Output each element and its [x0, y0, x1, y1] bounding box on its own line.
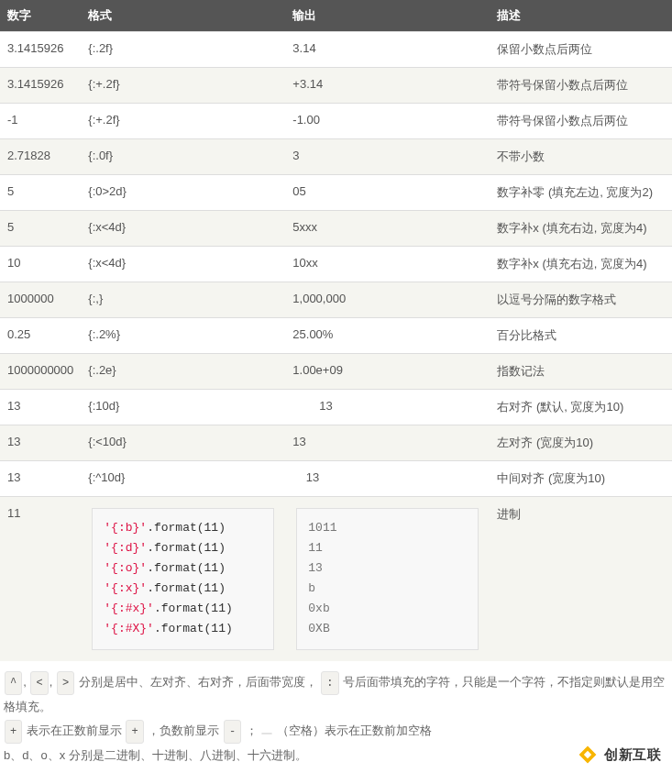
cell-format: {:+.2f} — [81, 104, 285, 139]
table-row: 5{:0>2d}05数字补零 (填充左边, 宽度为2) — [0, 175, 672, 211]
chip-space — [261, 733, 272, 734]
cell-desc: 数字补零 (填充左边, 宽度为2) — [490, 175, 672, 211]
cell-output: 13 — [285, 390, 490, 425]
header-output: 输出 — [285, 0, 490, 32]
note-line-1: ^, <, > 分别是居中、左对齐、右对齐，后面带宽度， : 号后面带填充的字符… — [4, 670, 668, 719]
header-format: 格式 — [81, 0, 285, 32]
format-table: 数字 格式 输出 描述 3.1415926{:.2f}3.14保留小数点后两位3… — [0, 0, 672, 661]
cell-number: 13 — [0, 461, 81, 497]
cell-output: 13 — [285, 461, 490, 497]
cell-desc: 保留小数点后两位 — [490, 32, 672, 68]
cell-format: {:10d} — [81, 390, 285, 425]
cell-format: {:0>2d} — [81, 175, 285, 211]
chip-gt: > — [57, 671, 74, 695]
chip-minus: - — [224, 720, 241, 744]
cell-output: 13 — [285, 425, 490, 461]
cell-format: {:,} — [81, 282, 285, 318]
chip-plus: + — [5, 720, 22, 744]
notes-section: ^, <, > 分别是居中、左对齐、右对齐，后面带宽度， : 号后面带填充的字符… — [0, 670, 672, 767]
header-number: 数字 — [0, 0, 81, 32]
note-text: （空格）表示在正数前加空格 — [277, 723, 432, 737]
note-text: ； — [246, 723, 258, 737]
cell-desc: 左对齐 (宽度为10) — [490, 425, 672, 461]
cell-desc: 带符号保留小数点后两位 — [490, 68, 672, 104]
cell-number: 13 — [0, 390, 81, 425]
table-row: 2.71828{:.0f}3不带小数 — [0, 139, 672, 175]
cell-output: 10xx — [285, 247, 490, 282]
cell-number: 5 — [0, 211, 81, 247]
note-text: 分别是居中、左对齐、右对齐，后面带宽度， — [79, 675, 317, 689]
cell-output: 5xxx — [285, 211, 490, 247]
cell-format: {:<10d} — [81, 425, 285, 461]
cell-number: 10 — [0, 247, 81, 282]
table-row: 5{:x<4d}5xxx数字补x (填充右边, 宽度为4) — [0, 211, 672, 247]
cell-number: 1000000 — [0, 282, 81, 318]
table-row-code: 11'{:b}'.format(11)'{:d}'.format(11)'{:o… — [0, 497, 672, 661]
note-text: ，负数前显示 — [148, 723, 219, 737]
cell-format: {:.2e} — [81, 354, 285, 390]
cell-number: 5 — [0, 175, 81, 211]
note-line-2: + 表示在正数前显示 + ，负数前显示 - ； （空格）表示在正数前加空格 — [4, 719, 668, 744]
cell-number: 2.71828 — [0, 139, 81, 175]
table-row: 3.1415926{:.2f}3.14保留小数点后两位 — [0, 32, 672, 68]
cell-number: 3.1415926 — [0, 68, 81, 104]
cell-format: {:.2%} — [81, 318, 285, 354]
cell-desc: 不带小数 — [490, 139, 672, 175]
cell-format: {:^10d} — [81, 461, 285, 497]
cell-output: 3.14 — [285, 32, 490, 68]
table-row: 10{:x<4d}10xx数字补x (填充右边, 宽度为4) — [0, 247, 672, 282]
cell-desc: 指数记法 — [490, 354, 672, 390]
table-row: 13{:10d} 13右对齐 (默认, 宽度为10) — [0, 390, 672, 425]
chip-colon: : — [321, 671, 338, 695]
cell-format-code: '{:b}'.format(11)'{:d}'.format(11)'{:o}'… — [81, 497, 285, 661]
table-row: 0.25{:.2%}25.00%百分比格式 — [0, 318, 672, 354]
chip-caret: ^ — [5, 671, 22, 695]
table-row: 13{:<10d}13左对齐 (宽度为10) — [0, 425, 672, 461]
table-row: 3.1415926{:+.2f}+3.14带符号保留小数点后两位 — [0, 68, 672, 104]
cell-desc: 右对齐 (默认, 宽度为10) — [490, 390, 672, 425]
cell-number: 1000000000 — [0, 354, 81, 390]
chip-lt: < — [30, 671, 48, 695]
cell-desc: 进制 — [490, 497, 672, 661]
code-box-output: 10111113b0xb0XB — [296, 508, 479, 650]
cell-output-code: 10111113b0xb0XB — [285, 497, 490, 661]
cell-number: 3.1415926 — [0, 32, 81, 68]
cell-output: 05 — [285, 175, 490, 211]
cell-output: 1.00e+09 — [285, 354, 490, 390]
cell-format: {:.2f} — [81, 32, 285, 68]
cell-desc: 百分比格式 — [490, 318, 672, 354]
cell-desc: 带符号保留小数点后两位 — [490, 104, 672, 139]
table-row: 13{:^10d} 13中间对齐 (宽度为10) — [0, 461, 672, 497]
cell-format: {:x<4d} — [81, 247, 285, 282]
cell-desc: 中间对齐 (宽度为10) — [490, 461, 672, 497]
cell-desc: 数字补x (填充右边, 宽度为4) — [490, 247, 672, 282]
table-row: -1{:+.2f}-1.00带符号保留小数点后两位 — [0, 104, 672, 139]
table-row: 1000000{:,}1,000,000以逗号分隔的数字格式 — [0, 282, 672, 318]
cell-number: 11 — [0, 497, 81, 661]
code-box-format: '{:b}'.format(11)'{:d}'.format(11)'{:o}'… — [92, 508, 274, 650]
header-desc: 描述 — [490, 0, 672, 32]
cell-output: +3.14 — [285, 68, 490, 104]
cell-format: {:+.2f} — [81, 68, 285, 104]
cell-output: 3 — [285, 139, 490, 175]
cell-output: 25.00% — [285, 318, 490, 354]
cell-desc: 以逗号分隔的数字格式 — [490, 282, 672, 318]
table-row: 1000000000{:.2e}1.00e+09指数记法 — [0, 354, 672, 390]
note-text: 表示在正数前显示 — [27, 723, 122, 737]
cell-format: {:x<4d} — [81, 211, 285, 247]
cell-number: 13 — [0, 425, 81, 461]
cell-number: -1 — [0, 104, 81, 139]
note-line-3: b、d、o、x 分别是二进制、十进制、八进制、十六进制。 — [4, 744, 668, 767]
cell-format: {:.0f} — [81, 139, 285, 175]
cell-output: -1.00 — [285, 104, 490, 139]
cell-output: 1,000,000 — [285, 282, 490, 318]
cell-desc: 数字补x (填充右边, 宽度为4) — [490, 211, 672, 247]
chip-plus2: + — [126, 720, 143, 744]
cell-number: 0.25 — [0, 318, 81, 354]
